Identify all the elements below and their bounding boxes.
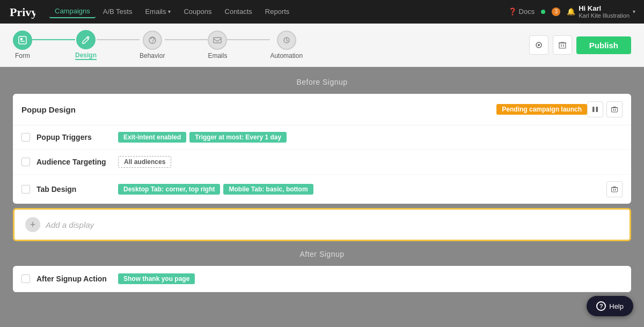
top-navigation: Privy Campaigns A/B Tests Emails ▾ Coupo…	[0, 0, 644, 24]
bell-icon: 🔔	[567, 8, 575, 16]
stepbar-actions: Publish	[529, 35, 631, 55]
user-account: Karl Kite Illustration	[579, 12, 630, 19]
audience-targeting-row: Audience Targeting All audiences	[13, 150, 631, 175]
connector-1	[32, 39, 75, 40]
exit-intent-badge: Exit-intent enabled	[118, 132, 186, 143]
step-behavior-label: Behavior	[140, 52, 165, 60]
popup-delete-button[interactable]	[606, 101, 623, 117]
all-audiences-badge: All audiences	[118, 156, 171, 168]
popup-triggers-badges: Exit-intent enabled Trigger at most: Eve…	[118, 132, 287, 143]
audience-targeting-badges: All audiences	[118, 156, 171, 168]
tab-design-checkbox[interactable]	[21, 185, 30, 194]
popup-triggers-label: Popup Triggers	[36, 133, 112, 142]
pause-button[interactable]	[587, 101, 603, 117]
step-automation-circle	[277, 31, 296, 50]
status-dot	[541, 10, 545, 14]
audience-targeting-label: Audience Targeting	[36, 158, 112, 166]
before-signup-label: Before Signup	[13, 78, 631, 86]
nav-ab-tests[interactable]: A/B Tests	[98, 5, 138, 18]
svg-text:Privy: Privy	[10, 5, 35, 19]
popup-design-card: Popup Design Pending campaign launch	[13, 94, 631, 204]
step-behavior-circle	[143, 31, 162, 50]
connector-2	[97, 39, 140, 40]
add-display-button[interactable]: + Add a display	[13, 208, 631, 241]
docs-link[interactable]: ❓ Docs	[508, 8, 535, 16]
popup-design-header: Popup Design Pending campaign launch	[13, 94, 631, 125]
step-design[interactable]: Design	[75, 30, 97, 60]
emails-dropdown-icon: ▾	[168, 9, 171, 14]
user-chevron-icon: ▾	[633, 9, 635, 14]
connector-3	[165, 39, 208, 40]
main-content: Before Signup Popup Design Pending campa…	[0, 67, 644, 327]
step-automation[interactable]: Automation	[270, 31, 303, 60]
step-automation-label: Automation	[270, 52, 303, 60]
nav-emails[interactable]: Emails ▾	[140, 5, 176, 18]
popup-design-actions	[587, 101, 623, 117]
delete-button[interactable]	[553, 35, 572, 55]
help-button[interactable]: ? Help	[587, 296, 633, 316]
svg-rect-2	[20, 38, 23, 40]
after-signup-action-label: After Signup Action	[36, 274, 112, 283]
tab-design-actions	[606, 181, 623, 197]
popup-triggers-row: Popup Triggers Exit-intent enabled Trigg…	[13, 125, 631, 150]
step-design-circle	[76, 30, 96, 49]
svg-point-5	[152, 42, 153, 43]
mobile-tab-badge: Mobile Tab: basic, bottom	[223, 184, 313, 195]
add-display-icon: +	[25, 217, 40, 232]
after-signup-label: After Signup	[13, 250, 631, 258]
step-bar: Form Design Behavior	[0, 24, 644, 67]
step-design-label: Design	[75, 51, 97, 60]
help-question-icon: ?	[596, 301, 606, 311]
logo[interactable]: Privy	[9, 4, 41, 19]
step-form-label: Form	[15, 52, 30, 60]
notification-badge[interactable]: 3	[552, 8, 560, 16]
nav-coupons[interactable]: Coupons	[178, 5, 217, 18]
svg-rect-10	[559, 43, 566, 48]
svg-rect-14	[592, 107, 595, 112]
step-emails-circle	[208, 31, 227, 50]
audience-targeting-checkbox[interactable]	[21, 158, 30, 166]
svg-point-9	[538, 44, 540, 46]
trigger-frequency-badge: Trigger at most: Every 1 day	[189, 132, 287, 143]
step-form[interactable]: Form	[13, 31, 32, 60]
svg-rect-6	[214, 38, 221, 43]
pending-badge: Pending campaign launch	[496, 104, 587, 115]
after-signup-header: After Signup Action Show thank you page	[13, 266, 631, 292]
add-display-label: Add a display	[46, 220, 94, 229]
steps-container: Form Design Behavior	[13, 30, 303, 60]
popup-triggers-checkbox[interactable]	[21, 133, 30, 142]
svg-rect-15	[596, 107, 598, 112]
user-menu[interactable]: 🔔 Hi Karl Karl Kite Illustration ▾	[567, 4, 635, 19]
popup-design-title: Popup Design	[21, 105, 496, 114]
question-icon: ❓	[508, 8, 517, 16]
nav-contacts[interactable]: Contacts	[219, 5, 258, 18]
preview-button[interactable]	[529, 35, 548, 55]
help-label: Help	[609, 302, 624, 310]
svg-rect-16	[612, 108, 618, 113]
step-emails-label: Emails	[208, 52, 227, 60]
nav-links: Campaigns A/B Tests Emails ▾ Coupons Con…	[49, 5, 508, 18]
step-form-circle	[13, 31, 32, 50]
after-signup-checkbox[interactable]	[21, 274, 30, 283]
step-emails[interactable]: Emails	[208, 31, 227, 60]
after-signup-card: After Signup Action Show thank you page	[13, 266, 631, 292]
tab-design-delete-button[interactable]	[606, 181, 623, 197]
connector-4	[227, 39, 270, 40]
desktop-tab-badge: Desktop Tab: corner, top right	[118, 184, 220, 195]
thank-you-page-badge: Show thank you page	[118, 273, 195, 284]
tab-design-badges: Desktop Tab: corner, top right Mobile Ta…	[118, 184, 313, 195]
publish-button[interactable]: Publish	[576, 36, 631, 54]
svg-rect-20	[612, 188, 618, 192]
user-greeting: Hi Karl	[579, 4, 630, 12]
nav-right: ❓ Docs 3 🔔 Hi Karl Karl Kite Illustratio…	[508, 4, 635, 19]
nav-campaigns[interactable]: Campaigns	[49, 5, 96, 18]
tab-design-label: Tab Design	[36, 185, 112, 194]
tab-design-row: Tab Design Desktop Tab: corner, top righ…	[13, 175, 631, 204]
nav-reports[interactable]: Reports	[260, 5, 295, 18]
after-signup-badges: Show thank you page	[118, 273, 195, 284]
step-behavior[interactable]: Behavior	[140, 31, 165, 60]
